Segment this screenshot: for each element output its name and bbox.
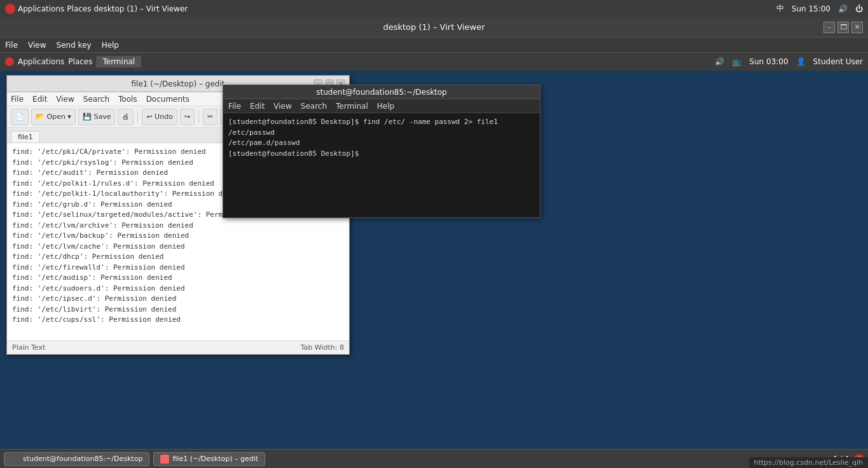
- gedit-open-button[interactable]: 📂 Open ▾: [31, 109, 76, 125]
- terminal-menu-file[interactable]: File: [228, 102, 241, 111]
- taskbar-terminal-icon: [11, 455, 20, 464]
- gedit-line: find: '/etc/dhcp': Permission denied: [12, 252, 344, 263]
- host-urlbar: https://blog.csdn.net/Leslie_qlh: [749, 457, 869, 468]
- host-app-icon: [5, 4, 15, 14]
- guest-user-icon: 👤: [796, 57, 806, 66]
- host-window-indicator: desktop (1) – Virt Viewer: [93, 4, 188, 13]
- gedit-line: find: '/etc/sudoers.d': Permission denie…: [12, 284, 344, 294]
- guest-places-menu[interactable]: Places: [68, 57, 92, 66]
- terminal-titlebar: student@foundation85:~/Desktop: [223, 85, 540, 99]
- terminal-menubar: File Edit View Search Terminal Help: [223, 99, 540, 113]
- virt-maximize-button[interactable]: 🗖: [837, 22, 849, 33]
- virt-titlebar-title: desktop (1) – Virt Viewer: [383, 22, 485, 32]
- host-topbar-right: 中 Sun 15:00 🔊 ⏻: [776, 3, 863, 14]
- host-time: Sun 15:00: [792, 4, 830, 13]
- gedit-menu-tools[interactable]: Tools: [118, 95, 137, 104]
- host-topbar-left: Applications Places desktop (1) – Virt V…: [5, 4, 188, 14]
- gedit-menu-edit[interactable]: Edit: [32, 95, 47, 104]
- gedit-line: find: '/etc/lvm/archive': Permission den…: [12, 221, 344, 231]
- guest-area: Applications Places Terminal 🔊 📺 Sun 03:…: [0, 53, 868, 468]
- virt-viewer-window: desktop (1) – Virt Viewer – 🗖 ✕ File Vie…: [0, 17, 868, 468]
- guest-topbar-right: 🔊 📺 Sun 03:00 👤 Student User: [715, 57, 863, 66]
- gedit-statusbar: Plain Text Tab Width: 8: [7, 340, 349, 354]
- virt-titlebar: desktop (1) – Virt Viewer – 🗖 ✕: [0, 17, 868, 38]
- gedit-menu-search[interactable]: Search: [83, 95, 109, 104]
- terminal-content-area[interactable]: [student@foundation85 Desktop]$ find /et…: [223, 113, 540, 217]
- virt-menu-file[interactable]: File: [5, 41, 18, 50]
- taskbar-gedit-icon: [160, 455, 169, 464]
- gedit-line: find: '/etc/cups/ssl': Permission denied: [12, 315, 344, 326]
- gedit-new-button[interactable]: 📄: [11, 109, 29, 125]
- host-network-icon: 中: [776, 3, 784, 14]
- taskbar-item-terminal[interactable]: student@foundation85:~/Desktop: [4, 452, 149, 466]
- terminal-menu-view[interactable]: View: [273, 102, 291, 111]
- gedit-cut-button[interactable]: ✂: [203, 109, 217, 125]
- gedit-toolbar-sep1: [137, 111, 138, 123]
- guest-topbar: Applications Places Terminal 🔊 📺 Sun 03:…: [0, 53, 868, 71]
- gedit-print-button[interactable]: 🖨: [118, 109, 134, 125]
- guest-terminal-tab[interactable]: Terminal: [96, 56, 141, 67]
- virt-minimize-button[interactable]: –: [823, 22, 835, 33]
- terminal-window: student@foundation85:~/Desktop File Edit…: [223, 85, 541, 218]
- virt-titlebar-controls: – 🗖 ✕: [823, 22, 863, 33]
- gedit-line: find: '/etc/audisp': Permission denied: [12, 273, 344, 284]
- guest-taskbar: student@foundation85:~/Desktop file1 (~/…: [0, 449, 868, 468]
- guest-username[interactable]: Student User: [813, 57, 863, 66]
- guest-volume-icon: 🔊: [715, 57, 724, 66]
- gedit-language[interactable]: Plain Text: [12, 343, 45, 352]
- terminal-line: [student@foundation85 Desktop]$ find /et…: [228, 117, 535, 128]
- gedit-tab-width[interactable]: Tab Width: 8: [301, 343, 344, 352]
- terminal-line: [student@foundation85 Desktop]$: [228, 149, 535, 160]
- host-applications-menu[interactable]: Applications: [18, 4, 64, 13]
- terminal-menu-edit[interactable]: Edit: [250, 102, 265, 111]
- gedit-save-button[interactable]: 💾 Save: [78, 109, 116, 125]
- virt-menu-help[interactable]: Help: [102, 41, 119, 50]
- guest-topbar-left: Applications Places Terminal: [5, 56, 141, 67]
- guest-network-icon: 📺: [732, 57, 741, 66]
- virt-menu-view[interactable]: View: [28, 41, 46, 50]
- gedit-line: find: '/etc/lvm/cache': Permission denie…: [12, 242, 344, 252]
- taskbar-item-gedit[interactable]: file1 (~/Desktop) – gedit: [153, 452, 265, 466]
- gedit-line: find: '/etc/lvm/backup': Permission deni…: [12, 231, 344, 242]
- terminal-line: /etc/pam.d/passwd: [228, 138, 535, 149]
- gedit-redo-button[interactable]: ↪: [180, 109, 195, 125]
- terminal-titlebar-title: student@foundation85:~/Desktop: [228, 88, 535, 97]
- virt-close-button[interactable]: ✕: [851, 22, 863, 33]
- terminal-menu-terminal[interactable]: Terminal: [336, 102, 368, 111]
- guest-applications-menu[interactable]: Applications: [18, 57, 64, 66]
- terminal-menu-search[interactable]: Search: [301, 102, 327, 111]
- gedit-line: find: '/etc/ipsec.d': Permission denied: [12, 294, 344, 305]
- host-power-icon[interactable]: ⏻: [855, 4, 863, 13]
- guest-time: Sun 03:00: [749, 57, 788, 66]
- virt-menu-sendkey[interactable]: Send key: [57, 41, 92, 50]
- terminal-line: /etc/passwd: [228, 128, 535, 139]
- virt-menubar: File View Send key Help: [0, 38, 868, 53]
- gedit-undo-button[interactable]: ↩ Undo: [142, 109, 177, 125]
- gedit-tab-file1[interactable]: file1: [11, 131, 40, 142]
- guest-app-icon: [5, 57, 14, 66]
- taskbar-gedit-label: file1 (~/Desktop) – gedit: [172, 455, 258, 463]
- gedit-menu-file[interactable]: File: [11, 95, 24, 104]
- host-places-menu[interactable]: Places: [67, 4, 91, 13]
- gedit-menu-documents[interactable]: Documents: [146, 95, 189, 104]
- gedit-line: find: '/etc/firewalld': Permission denie…: [12, 263, 344, 273]
- gedit-line: find: '/etc/libvirt': Permission denied: [12, 305, 344, 315]
- gedit-toolbar-sep2: [198, 111, 199, 123]
- taskbar-terminal-label: student@foundation85:~/Desktop: [23, 455, 142, 463]
- host-volume-icon[interactable]: 🔊: [838, 4, 848, 13]
- gedit-menu-view[interactable]: View: [56, 95, 74, 104]
- host-topbar: Applications Places desktop (1) – Virt V…: [0, 0, 868, 17]
- terminal-menu-help[interactable]: Help: [377, 102, 394, 111]
